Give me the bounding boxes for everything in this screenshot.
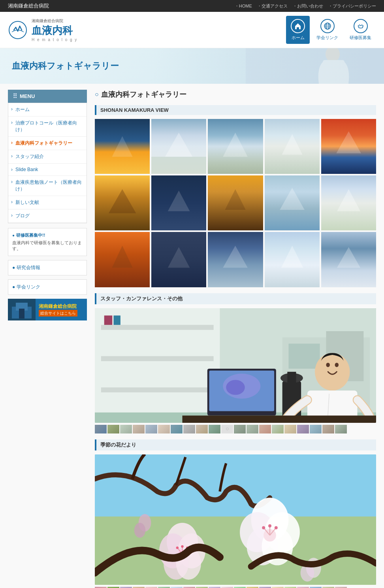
sidebar-item-home[interactable]: ホーム xyxy=(8,103,87,117)
photo-cell-15[interactable] xyxy=(321,232,376,287)
thumb-4[interactable] xyxy=(133,425,145,433)
svg-rect-12 xyxy=(19,309,24,318)
sidebar-item-staff[interactable]: スタッフ紹介 xyxy=(8,150,87,164)
fthumb-12[interactable] xyxy=(234,587,246,588)
main-page-title: 血液内科フォトギャラリー xyxy=(95,90,376,99)
section-heading-flowers-text: 季節の花だより xyxy=(100,442,136,448)
fthumb-19[interactable] xyxy=(322,587,334,588)
fthumb-17[interactable] xyxy=(297,587,309,588)
staff-thumbnail-strip: ⬡ xyxy=(95,425,376,433)
fthumb-15[interactable] xyxy=(272,587,284,588)
thumb-5[interactable] xyxy=(145,425,157,433)
photo-cell-6[interactable] xyxy=(95,175,150,230)
header-nav: ホーム 学会リンク 研修医募集 xyxy=(286,16,376,44)
sidebar-item-protocol[interactable]: 治療プロトコール（医療者向け） xyxy=(8,117,87,137)
svg-point-58 xyxy=(326,362,329,367)
fthumb-4[interactable] xyxy=(133,587,145,588)
photo-cell-14[interactable] xyxy=(265,232,320,287)
nav-recruit[interactable]: 研修医募集 xyxy=(345,16,376,44)
sidebar-item-literature[interactable]: 新しい文献 xyxy=(8,196,87,209)
fthumb-7[interactable] xyxy=(171,587,183,588)
fthumb-5[interactable] xyxy=(145,587,157,588)
svg-marker-15 xyxy=(165,133,193,157)
sidebar-item-slidebank[interactable]: Slide Bank xyxy=(8,164,87,176)
photo-cell-12[interactable] xyxy=(151,232,206,287)
nav-home[interactable]: ホーム xyxy=(286,16,310,44)
sidebar-research-link[interactable]: 研究会情報 xyxy=(8,260,87,275)
svg-marker-18 xyxy=(282,134,302,155)
fthumb-9[interactable] xyxy=(196,587,208,588)
sidebar-recruit-text: 血液内科で研修医を募集しております。 xyxy=(12,240,83,252)
menu-dots-icon: ⠿ xyxy=(13,92,17,100)
banner-sub: 総合サイトはこちら xyxy=(39,310,77,317)
thumb-18[interactable] xyxy=(310,425,322,433)
thumb-2[interactable] xyxy=(107,425,119,433)
thumb-16[interactable] xyxy=(284,425,296,433)
photo-cell-4[interactable] xyxy=(265,119,320,174)
svg-point-89 xyxy=(134,523,145,538)
menu-title-text: MENU xyxy=(20,93,35,99)
thumb-1[interactable] xyxy=(95,425,107,433)
fthumb-16[interactable] xyxy=(284,587,296,588)
thumb-14[interactable] xyxy=(259,425,271,433)
photo-cell-2[interactable] xyxy=(151,119,206,174)
lab-photo[interactable] xyxy=(95,308,376,423)
fthumb-14[interactable] xyxy=(259,587,271,588)
photo-cell-3[interactable] xyxy=(208,119,263,174)
photo-cell-8[interactable] xyxy=(208,175,263,230)
photo-cell-5[interactable] xyxy=(321,119,376,174)
fthumb-3[interactable] xyxy=(120,587,132,588)
svg-point-75 xyxy=(176,547,179,549)
fthumb-2[interactable] xyxy=(107,587,119,588)
photo-cell-9[interactable] xyxy=(265,175,320,230)
thumb-11[interactable]: ⬡ xyxy=(221,425,233,433)
svg-marker-17 xyxy=(223,133,248,157)
photo-cell-1[interactable] xyxy=(95,119,150,174)
thumb-6[interactable] xyxy=(158,425,170,433)
globe-icon xyxy=(320,19,335,33)
fthumb-20[interactable] xyxy=(335,587,347,588)
fthumb-18[interactable] xyxy=(310,587,322,588)
thumb-7[interactable] xyxy=(171,425,183,433)
sidebar-item-blog[interactable]: ブログ xyxy=(8,209,87,223)
fthumb-11[interactable] xyxy=(221,587,233,588)
sidebar: ⠿ MENU ホーム 治療プロトコール（医療者向け） 血液内科フォトギャラリー … xyxy=(8,90,87,588)
thumb-20[interactable] xyxy=(335,425,347,433)
flower-photo[interactable] xyxy=(95,454,376,585)
sidebar-hospital-banner[interactable]: 湘南鎌倉総合病院 総合サイトはこちら xyxy=(8,299,87,320)
logo-icon xyxy=(8,20,28,40)
thumb-19[interactable] xyxy=(322,425,334,433)
top-nav-access[interactable]: 交通アクセス xyxy=(257,4,288,8)
svg-point-49 xyxy=(226,380,245,395)
sidebar-item-gallery[interactable]: 血液内科フォトギャラリー xyxy=(8,137,87,150)
photo-cell-7[interactable] xyxy=(151,175,206,230)
top-nav: HOME 交通アクセス お問い合わせ プライバシーポリシー xyxy=(231,3,376,9)
top-nav-privacy[interactable]: プライバシーポリシー xyxy=(328,4,376,8)
thumb-15[interactable] xyxy=(272,425,284,433)
photo-cell-11[interactable] xyxy=(95,232,150,287)
thumb-9[interactable] xyxy=(196,425,208,433)
svg-point-57 xyxy=(320,355,345,383)
thumb-12[interactable] xyxy=(234,425,246,433)
fthumb-8[interactable] xyxy=(183,587,195,588)
thumb-10[interactable] xyxy=(209,425,220,433)
thumb-8[interactable] xyxy=(183,425,195,433)
fthumb-10[interactable] xyxy=(209,587,220,588)
photo-cell-10[interactable] xyxy=(321,175,376,230)
thumb-17[interactable] xyxy=(297,425,309,433)
svg-marker-21 xyxy=(168,190,190,211)
top-nav-contact[interactable]: お問い合わせ xyxy=(293,4,323,8)
thumb-3[interactable] xyxy=(120,425,132,433)
photo-cell-13[interactable] xyxy=(208,232,263,287)
fthumb-6[interactable] xyxy=(158,587,170,588)
sidebar-item-notes[interactable]: 血液疾患勉強ノート（医療者向け） xyxy=(8,176,87,196)
fthumb-13[interactable] xyxy=(247,587,258,588)
fthumb-1[interactable] xyxy=(95,587,107,588)
thumb-13[interactable] xyxy=(247,425,258,433)
svg-rect-42 xyxy=(113,315,120,325)
svg-marker-20 xyxy=(109,189,136,213)
page-title-text: 血液内科フォトギャラリー xyxy=(101,90,186,99)
nav-academic[interactable]: 学会リンク xyxy=(312,16,343,44)
sidebar-academic-link[interactable]: 学会リンク xyxy=(8,279,87,295)
top-nav-home[interactable]: HOME xyxy=(235,4,252,8)
